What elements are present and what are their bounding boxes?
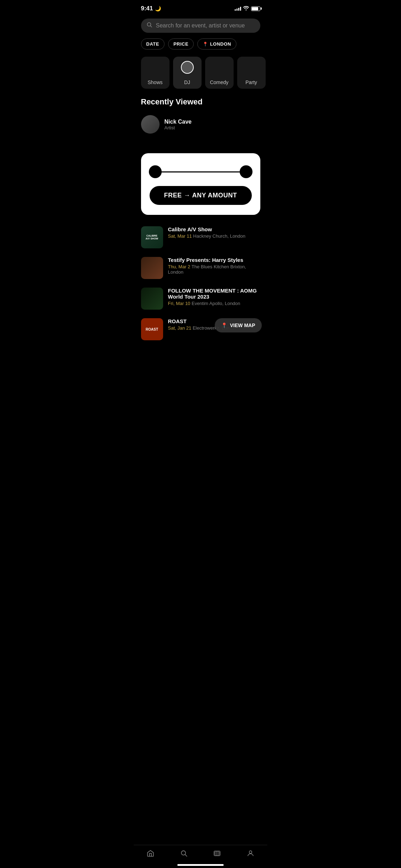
event-thumb-follow [141, 288, 163, 310]
category-comedy-label: Comedy [210, 79, 228, 85]
event-date: Sat, Mar 11 [168, 233, 192, 239]
wifi-icon [243, 6, 249, 11]
event-date: Fri, Mar 10 [168, 301, 191, 306]
view-map-pin-icon: 📍 [221, 322, 227, 328]
categories: Shows DJ Comedy Party Socia… [134, 57, 267, 97]
event-date-venue: Thu, Mar 2 The Blues Kitchen Brixton, Lo… [168, 264, 260, 275]
category-dj[interactable]: DJ [173, 57, 202, 89]
signal-bars [235, 6, 241, 11]
event-date: Sat, Jan 21 [168, 325, 192, 331]
event-item[interactable]: ROAST ROAST Sat, Jan 21 Electrowerkz, Lo… [134, 314, 267, 345]
slider-thumb-right[interactable] [240, 165, 252, 178]
filter-location-label: LONDON [210, 41, 231, 47]
event-item[interactable]: FOLLOW THE MOVEMENT : AOMG World Tour 20… [134, 283, 267, 314]
filter-price[interactable]: PRICE [168, 38, 194, 50]
event-name: FOLLOW THE MOVEMENT : AOMG World Tour 20… [168, 288, 260, 300]
event-name: Testify Presents: Harry Styles [168, 257, 260, 263]
svg-line-1 [150, 26, 152, 27]
event-date-venue: Fri, Mar 10 Eventim Apollo, London [168, 301, 260, 306]
rv-name: Nick Cave [165, 119, 192, 125]
search-container: Search for an event, artist or venue [134, 15, 267, 38]
category-shows[interactable]: Shows [141, 57, 170, 89]
moon-icon: 🌙 [155, 6, 161, 11]
filter-date-label: DATE [146, 41, 159, 47]
dj-icon-circle [181, 61, 194, 74]
event-item[interactable]: Testify Presents: Harry Styles Thu, Mar … [134, 253, 267, 283]
event-date: Thu, Mar 2 [168, 264, 191, 269]
event-venue: Hackney Church, London [193, 233, 245, 239]
price-range-label: FREE → ANY AMOUNT [164, 192, 237, 199]
filter-date[interactable]: DATE [141, 38, 165, 50]
location-pin-icon: 📍 [203, 42, 208, 47]
price-slider[interactable] [150, 163, 252, 180]
status-time: 9:41 [141, 5, 153, 12]
rv-type: Artist [165, 125, 192, 130]
view-map-button[interactable]: 📍 VIEW MAP [215, 318, 262, 332]
avatar [141, 115, 160, 134]
price-range-button[interactable]: FREE → ANY AMOUNT [150, 186, 252, 205]
status-icons [235, 6, 260, 11]
category-party[interactable]: Party [237, 57, 266, 89]
recently-viewed-title: Recently Viewed [134, 97, 267, 112]
event-item[interactable]: CALIBREA/V SHOW Calibre A/V Show Sat, Ma… [134, 222, 267, 253]
filter-pills: DATE PRICE 📍 LONDON [134, 38, 267, 57]
category-party-label: Party [245, 79, 257, 85]
recently-viewed-item[interactable]: Nick Cave Artist [134, 112, 267, 136]
event-venue: Eventim Apollo, London [192, 301, 240, 306]
filter-price-label: PRICE [173, 41, 188, 47]
event-date-venue: Sat, Mar 11 Hackney Church, London [168, 233, 246, 239]
price-overlay: FREE → ANY AMOUNT [141, 153, 260, 215]
view-map-label: VIEW MAP [230, 322, 255, 328]
category-shows-label: Shows [147, 79, 162, 85]
slider-thumb-left[interactable] [149, 165, 162, 178]
filter-location[interactable]: 📍 LONDON [197, 38, 236, 50]
slider-track [150, 171, 252, 172]
battery-icon [251, 6, 260, 11]
search-icon [147, 22, 152, 29]
event-thumb-testify [141, 257, 163, 279]
event-thumb-roast: ROAST [141, 318, 163, 340]
category-dj-label: DJ [184, 79, 190, 85]
status-bar: 9:41 🌙 [134, 0, 267, 15]
event-name: Calibre A/V Show [168, 226, 246, 232]
search-placeholder: Search for an event, artist or venue [156, 22, 245, 29]
event-thumb-calibre: CALIBREA/V SHOW [141, 226, 163, 248]
search-bar[interactable]: Search for an event, artist or venue [141, 19, 260, 33]
category-comedy[interactable]: Comedy [205, 57, 234, 89]
